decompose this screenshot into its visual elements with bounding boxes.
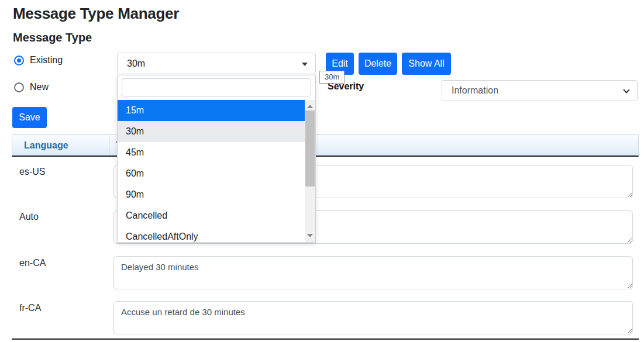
section-title: Message Type xyxy=(13,31,92,44)
scroll-up-arrow-icon[interactable] xyxy=(307,105,313,108)
scroll-down-arrow-icon[interactable] xyxy=(307,234,313,237)
column-header-language: Language xyxy=(24,135,68,156)
option-45m[interactable]: 45m xyxy=(118,142,305,163)
message-type-options: 15m 30m 45m 60m 90m Cancelled CancelledA… xyxy=(118,100,305,242)
language-label-fr-ca: fr-CA xyxy=(19,303,41,313)
dropdown-search-input[interactable] xyxy=(122,78,311,96)
tooltip-30m: 30m xyxy=(319,71,345,84)
dropdown-scrollbar[interactable] xyxy=(305,100,315,242)
option-30m[interactable]: 30m xyxy=(118,121,305,142)
language-label-auto: Auto xyxy=(19,212,39,222)
option-15m[interactable]: 15m xyxy=(118,100,305,121)
severity-select-value: Information xyxy=(442,85,498,96)
severity-select[interactable]: Information xyxy=(442,80,638,101)
new-radio[interactable] xyxy=(14,82,24,92)
page-title: Message Type Manager xyxy=(13,5,179,23)
existing-radio[interactable] xyxy=(14,56,24,65)
caret-down-icon xyxy=(302,63,308,66)
column-divider xyxy=(109,135,109,156)
scrollbar-thumb[interactable] xyxy=(305,110,315,186)
new-radio-label: New xyxy=(30,82,49,92)
table-header: Language Text xyxy=(12,134,639,157)
delete-button[interactable]: Delete xyxy=(359,53,397,75)
message-textarea-fr-ca[interactable]: Accuse un retard de 30 minutes xyxy=(113,301,633,334)
language-label-es-us: es-US xyxy=(19,167,45,177)
save-button[interactable]: Save xyxy=(12,107,47,128)
show-all-button[interactable]: Show All xyxy=(402,53,451,75)
option-90m[interactable]: 90m xyxy=(118,184,305,205)
message-type-select[interactable]: 30m xyxy=(117,53,316,74)
language-label-en-ca: en-CA xyxy=(19,258,46,268)
option-cancelledaftonly[interactable]: CancelledAftOnly xyxy=(118,226,305,243)
message-type-manager-page: Message Type Manager Message Type Existi… xyxy=(0,0,644,342)
message-type-dropdown: 15m 30m 45m 60m 90m Cancelled CancelledA… xyxy=(117,75,316,243)
table-bottom-border xyxy=(12,338,639,340)
option-cancelled[interactable]: Cancelled xyxy=(118,205,305,226)
message-type-select-value: 30m xyxy=(118,58,145,69)
message-textarea-en-ca[interactable]: Delayed 30 minutes xyxy=(113,256,633,289)
chevron-down-icon xyxy=(623,87,629,93)
existing-radio-row: Existing xyxy=(14,55,63,65)
new-radio-row: New xyxy=(14,82,49,92)
option-60m[interactable]: 60m xyxy=(118,163,305,184)
existing-radio-label: Existing xyxy=(30,55,63,65)
